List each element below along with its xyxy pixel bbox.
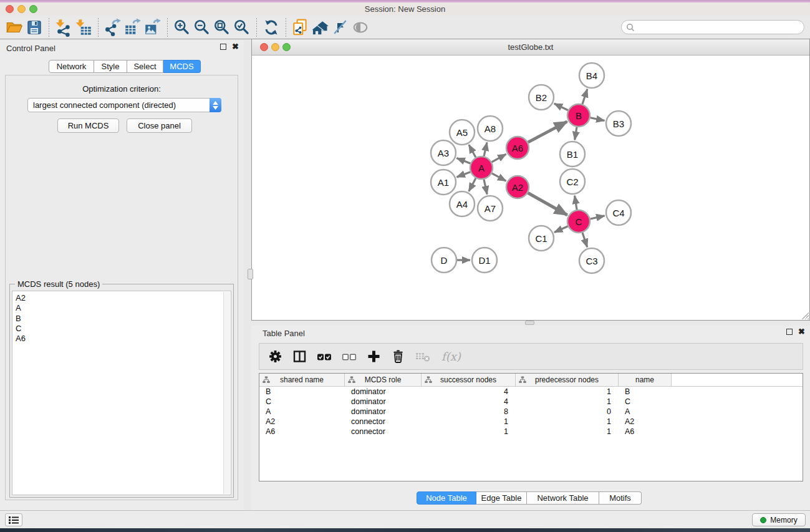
tab-style[interactable]: Style bbox=[94, 60, 127, 73]
table-cell[interactable]: 1 bbox=[516, 417, 619, 426]
float-panel-icon[interactable] bbox=[220, 44, 226, 50]
table-cell[interactable]: A bbox=[619, 407, 672, 416]
table-cell[interactable]: 8 bbox=[422, 407, 516, 416]
close-table-panel-icon[interactable]: ✖ bbox=[798, 329, 805, 335]
graph-node-label: A7 bbox=[485, 203, 496, 214]
table-settings-gear-icon[interactable] bbox=[268, 349, 282, 365]
graph-node-label: C1 bbox=[535, 233, 547, 244]
homes-icon[interactable] bbox=[311, 17, 330, 37]
table-cell[interactable]: C bbox=[259, 397, 345, 406]
zoom-in-icon[interactable] bbox=[172, 17, 192, 37]
table-panel-tabs: Node TableEdge TableNetwork TableMotifs bbox=[417, 491, 642, 505]
tab-node-table[interactable]: Node Table bbox=[417, 491, 476, 505]
export-image-icon[interactable] bbox=[143, 17, 163, 37]
delete-column-icon[interactable] bbox=[391, 349, 405, 365]
result-list-item[interactable]: A6 bbox=[16, 334, 231, 344]
table-cell[interactable]: 4 bbox=[422, 387, 516, 396]
column-header-name[interactable]: name bbox=[619, 374, 672, 386]
graph-node-label: B3 bbox=[613, 118, 624, 129]
table-cell[interactable]: B bbox=[259, 387, 345, 396]
table-cell[interactable]: dominator bbox=[345, 397, 422, 406]
column-header-MCDS-role[interactable]: MCDS role bbox=[345, 374, 422, 386]
tab-edge-table[interactable]: Edge Table bbox=[476, 491, 527, 505]
float-table-panel-icon[interactable] bbox=[786, 329, 793, 335]
zoom-fit-icon[interactable] bbox=[212, 17, 232, 37]
app-titlebar: Session: New Session bbox=[0, 2, 810, 16]
table-cell[interactable]: A6 bbox=[259, 427, 345, 436]
graph-node-label: B2 bbox=[536, 92, 547, 103]
run-mcds-button[interactable]: Run MCDS bbox=[57, 118, 119, 133]
toolbar-separator bbox=[256, 18, 257, 37]
memory-label: Memory bbox=[770, 516, 797, 525]
tab-mcds[interactable]: MCDS bbox=[163, 60, 201, 73]
result-scrollbar[interactable] bbox=[223, 292, 230, 494]
tab-select[interactable]: Select bbox=[127, 60, 163, 73]
table-row[interactable]: A6connector11A6 bbox=[259, 427, 803, 437]
save-session-icon[interactable] bbox=[24, 17, 44, 37]
result-list-item[interactable]: B bbox=[16, 314, 231, 324]
close-panel-icon[interactable]: ✖ bbox=[232, 44, 239, 50]
toolbar-separator bbox=[98, 18, 99, 37]
column-header-shared-name[interactable]: shared name bbox=[259, 374, 345, 386]
add-column-icon[interactable] bbox=[367, 349, 381, 365]
table-cell[interactable]: 1 bbox=[516, 397, 619, 406]
delete-table-icon[interactable] bbox=[415, 349, 432, 365]
network-canvas[interactable]: B4B2BB3A8A5A6A3B1AC2A1A2A4A7C4CC1C3DD1 bbox=[252, 56, 809, 320]
table-cell[interactable]: 1 bbox=[422, 427, 516, 436]
table-cell[interactable]: C bbox=[619, 397, 672, 406]
column-manager-icon[interactable] bbox=[292, 349, 307, 365]
tab-motifs[interactable]: Motifs bbox=[599, 491, 642, 505]
import-table-icon[interactable] bbox=[74, 17, 94, 37]
table-row[interactable]: Cdominator41C bbox=[259, 397, 803, 407]
table-cell[interactable]: dominator bbox=[345, 407, 422, 416]
task-history-button[interactable] bbox=[5, 513, 22, 526]
export-table-icon[interactable] bbox=[123, 17, 143, 37]
panel-collapse-handle[interactable] bbox=[248, 269, 253, 279]
function-builder-icon[interactable]: f(x) bbox=[441, 349, 461, 365]
eye-icon[interactable] bbox=[350, 17, 370, 37]
document-network-icon[interactable] bbox=[291, 17, 311, 37]
table-cell[interactable]: 1 bbox=[422, 417, 516, 426]
select-all-icon[interactable] bbox=[317, 349, 332, 365]
table-cell[interactable]: A6 bbox=[619, 427, 672, 436]
table-row[interactable]: Adominator80A bbox=[259, 407, 803, 417]
graph-node-label: B4 bbox=[586, 70, 597, 81]
result-list-item[interactable]: A bbox=[16, 303, 231, 313]
result-list-item[interactable]: C bbox=[16, 324, 231, 334]
zoom-selected-icon[interactable] bbox=[232, 17, 252, 37]
search-input[interactable] bbox=[635, 22, 804, 33]
close-panel-button[interactable]: Close panel bbox=[127, 118, 192, 133]
open-folder-icon[interactable] bbox=[4, 17, 24, 37]
search-field[interactable] bbox=[621, 20, 804, 34]
table-cell[interactable]: B bbox=[619, 387, 672, 396]
import-network-icon[interactable] bbox=[54, 17, 74, 37]
table-cell[interactable]: A bbox=[259, 407, 345, 416]
table-cell[interactable]: A2 bbox=[619, 417, 672, 426]
zoom-out-icon[interactable] bbox=[192, 17, 212, 37]
refresh-icon[interactable] bbox=[261, 17, 281, 37]
memory-button[interactable]: Memory bbox=[752, 513, 806, 526]
network-window-titlebar[interactable]: testGlobe.txt bbox=[252, 39, 809, 56]
toolbar-separator bbox=[286, 18, 286, 37]
table-cell[interactable]: 0 bbox=[516, 407, 619, 416]
table-cell[interactable]: 1 bbox=[516, 387, 619, 396]
table-cell[interactable]: 1 bbox=[516, 427, 619, 436]
flag-slash-icon[interactable] bbox=[330, 17, 350, 37]
table-row[interactable]: Bdominator41B bbox=[259, 387, 803, 397]
result-list-item[interactable]: A2 bbox=[16, 293, 231, 303]
splitter-handle[interactable] bbox=[525, 321, 534, 325]
resize-grip-icon[interactable] bbox=[800, 311, 809, 319]
table-cell[interactable]: connector bbox=[345, 417, 422, 426]
table-cell[interactable]: dominator bbox=[345, 387, 422, 396]
criterion-select[interactable]: largest connected component (directed) bbox=[27, 98, 221, 112]
table-row[interactable]: A2connector11A2 bbox=[259, 417, 803, 427]
export-network-icon[interactable] bbox=[103, 17, 123, 37]
tab-network[interactable]: Network bbox=[49, 60, 94, 73]
table-cell[interactable]: 4 bbox=[422, 397, 516, 406]
column-header-predecessor-nodes[interactable]: predecessor nodes bbox=[516, 374, 619, 386]
tab-network-table[interactable]: Network Table bbox=[527, 491, 599, 505]
deselect-all-icon[interactable] bbox=[342, 349, 357, 365]
table-cell[interactable]: A2 bbox=[259, 417, 345, 426]
table-cell[interactable]: connector bbox=[345, 427, 422, 436]
column-header-successor-nodes[interactable]: successor nodes bbox=[422, 374, 516, 386]
